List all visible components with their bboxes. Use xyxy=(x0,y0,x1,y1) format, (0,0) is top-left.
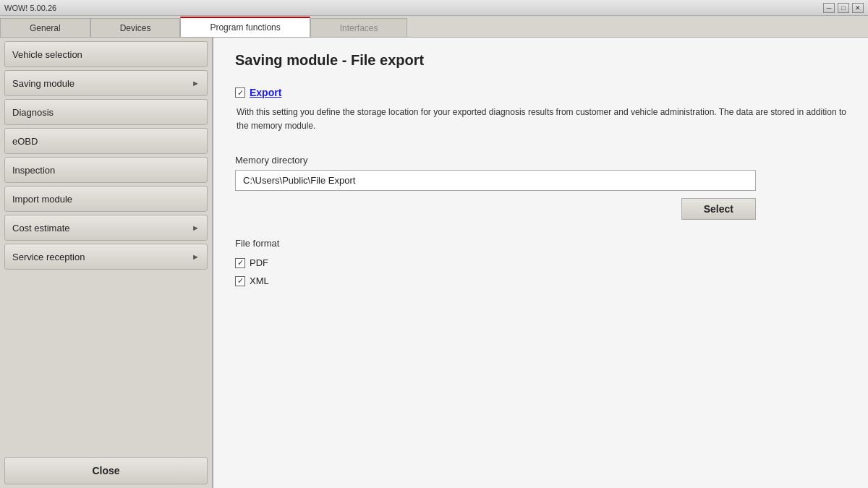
maximize-button[interactable]: □ xyxy=(838,3,849,13)
app-title: WOW! 5.00.26 xyxy=(4,4,56,12)
sidebar-item-saving-module[interactable]: Saving module ► xyxy=(4,70,208,96)
title-bar: WOW! 5.00.26 ─ □ ✕ xyxy=(0,0,868,16)
export-label-row: ✓ Export xyxy=(235,87,846,98)
tab-program-functions[interactable]: Program functions xyxy=(180,17,310,37)
tab-devices[interactable]: Devices xyxy=(90,18,181,37)
pdf-label: PDF xyxy=(250,257,268,268)
file-format-section: File format ✓ PDF ✓ XML xyxy=(235,238,846,286)
pdf-checkbox[interactable]: ✓ xyxy=(235,258,245,268)
chevron-right-icon-cost: ► xyxy=(192,223,200,232)
select-button[interactable]: Select xyxy=(681,198,756,220)
sidebar-item-cost-estimate[interactable]: Cost estimate ► xyxy=(4,215,208,241)
minimize-button[interactable]: ─ xyxy=(823,3,835,13)
sidebar: Vehicle selection Saving module ► Diagno… xyxy=(0,38,213,488)
tab-general[interactable]: General xyxy=(0,18,90,37)
chevron-right-icon-service: ► xyxy=(192,252,200,261)
sidebar-item-service-reception[interactable]: Service reception ► xyxy=(4,244,208,270)
sidebar-item-eobd[interactable]: eOBD xyxy=(4,128,208,154)
directory-input[interactable] xyxy=(235,170,756,191)
page-title: Saving module - File export xyxy=(235,52,846,69)
content-area: Saving module - File export ✓ Export Wit… xyxy=(213,38,868,488)
sidebar-spacer xyxy=(4,273,208,450)
window-controls: ─ □ ✕ xyxy=(823,3,864,13)
chevron-right-icon: ► xyxy=(192,79,200,87)
pdf-row: ✓ PDF xyxy=(235,257,846,268)
memory-directory-section: Memory directory Select xyxy=(235,155,846,220)
xml-checkbox[interactable]: ✓ xyxy=(235,276,245,286)
export-section: ✓ Export With this setting you define th… xyxy=(235,87,846,133)
file-format-label: File format xyxy=(235,238,846,249)
export-checkbox[interactable]: ✓ xyxy=(235,87,245,98)
xml-row: ✓ XML xyxy=(235,275,846,286)
export-label: Export xyxy=(250,87,281,98)
close-window-button[interactable]: ✕ xyxy=(852,3,864,13)
xml-label: XML xyxy=(250,275,269,286)
tab-interfaces[interactable]: Interfaces xyxy=(310,18,408,37)
close-button[interactable]: Close xyxy=(4,457,208,484)
sidebar-item-inspection[interactable]: Inspection xyxy=(4,157,208,183)
export-description: With this setting you define the storage… xyxy=(235,106,846,133)
sidebar-item-diagnosis[interactable]: Diagnosis xyxy=(4,99,208,125)
sidebar-item-import-module[interactable]: Import module xyxy=(4,186,208,212)
memory-directory-label: Memory directory xyxy=(235,155,846,166)
tab-bar: General Devices Program functions Interf… xyxy=(0,16,868,38)
sidebar-item-vehicle-selection[interactable]: Vehicle selection xyxy=(4,41,208,67)
main-layout: Vehicle selection Saving module ► Diagno… xyxy=(0,38,868,488)
